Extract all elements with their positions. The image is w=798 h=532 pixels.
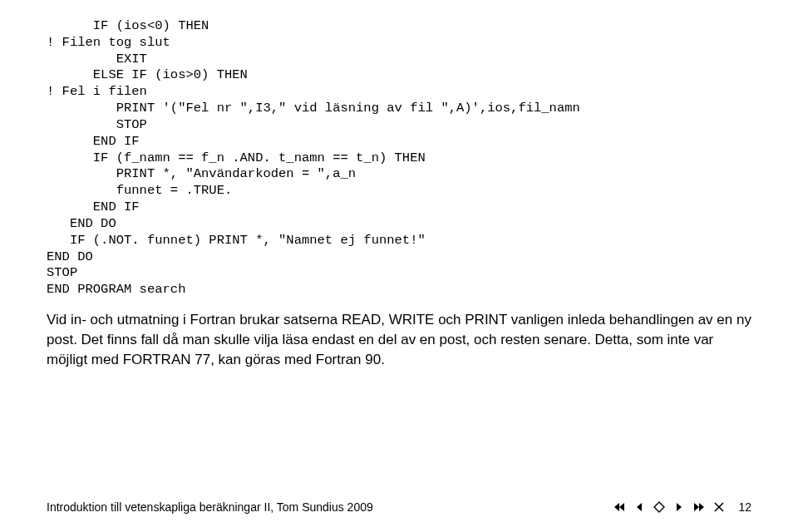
svg-marker-5 — [694, 503, 699, 511]
svg-marker-4 — [677, 503, 682, 511]
svg-marker-6 — [699, 503, 704, 511]
close-icon[interactable] — [713, 501, 725, 513]
prev-page-icon[interactable] — [633, 501, 645, 513]
diamond-icon[interactable] — [653, 501, 665, 513]
next-page-icon[interactable] — [673, 501, 685, 513]
svg-marker-0 — [614, 503, 619, 511]
footer: Introduktion till vetenskapliga beräknin… — [47, 500, 751, 514]
svg-marker-1 — [619, 503, 624, 511]
footer-text: Introduktion till vetenskapliga beräknin… — [47, 500, 373, 514]
page: IF (ios<0) THEN ! Filen tog slut EXIT EL… — [0, 0, 798, 532]
svg-marker-3 — [654, 502, 664, 512]
page-number: 12 — [733, 500, 751, 514]
svg-marker-2 — [637, 503, 642, 511]
body-paragraph: Vid in- och utmatning i Fortran brukar s… — [47, 310, 751, 370]
nav-controls: 12 — [613, 500, 751, 514]
last-page-icon[interactable] — [693, 501, 705, 513]
code-block: IF (ios<0) THEN ! Filen tog slut EXIT EL… — [47, 18, 751, 298]
first-page-icon[interactable] — [613, 501, 625, 513]
